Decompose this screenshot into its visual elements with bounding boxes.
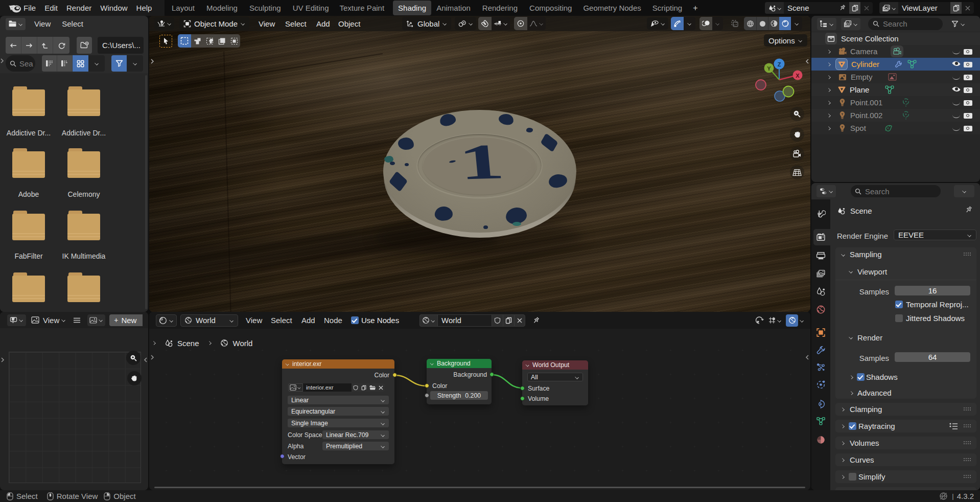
svg-text:Z: Z [778,61,781,67]
svg-text:X: X [796,73,800,79]
svg-text:Y: Y [767,65,771,72]
